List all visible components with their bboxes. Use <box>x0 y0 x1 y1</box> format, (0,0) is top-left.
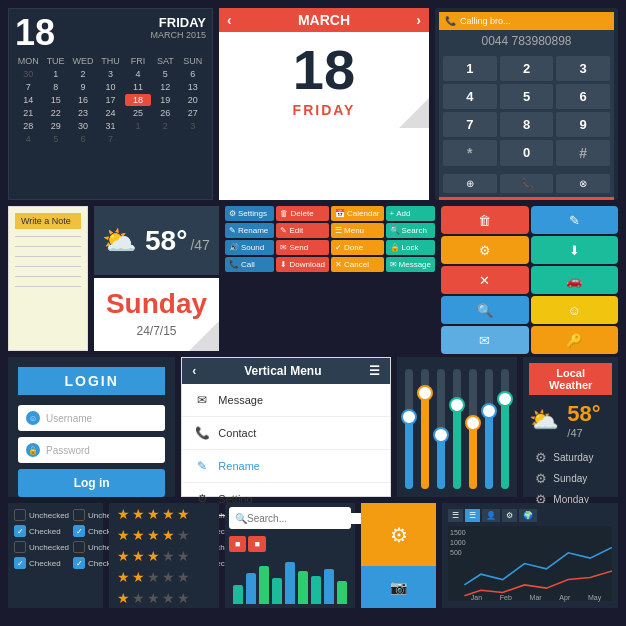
icon-btn-search[interactable]: 🔍 <box>441 296 529 324</box>
filter-red2-button[interactable]: ■ <box>248 536 265 552</box>
star-empty[interactable]: ★ <box>162 569 175 585</box>
cal-day[interactable]: 27 <box>180 107 206 119</box>
cal-day[interactable]: 2 <box>70 68 96 80</box>
menu-btn-lock[interactable]: 🔒 Lock <box>386 240 435 255</box>
username-field[interactable]: ☺ Username <box>18 405 165 431</box>
menu-btn-settings[interactable]: ⚙ Settings <box>225 206 274 221</box>
cb-box[interactable] <box>73 509 85 521</box>
chart-tab-5[interactable]: 🌍 <box>519 509 537 522</box>
star[interactable]: ★ <box>132 506 145 522</box>
slider-handle-7[interactable] <box>497 391 513 407</box>
star[interactable]: ★ <box>147 527 160 543</box>
cal-day[interactable]: 7 <box>15 81 41 93</box>
slider-4[interactable] <box>453 369 461 489</box>
star[interactable]: ★ <box>117 590 130 606</box>
icon-btn-key[interactable]: 🔑 <box>531 326 619 354</box>
slider-handle-6[interactable] <box>481 403 497 419</box>
cal-day[interactable]: 13 <box>180 81 206 93</box>
filter-red-button[interactable]: ■ <box>229 536 246 552</box>
phone-key-2[interactable]: 2 <box>500 56 554 81</box>
checkbox-unchecked-1[interactable]: Unchecked <box>14 509 69 521</box>
star[interactable]: ★ <box>177 506 190 522</box>
cal-day[interactable]: 4 <box>125 68 151 80</box>
cal-day[interactable]: 5 <box>152 68 178 80</box>
menu-btn-search[interactable]: 🔍 Search <box>386 223 435 238</box>
phone-key-0[interactable]: 0 <box>500 140 554 166</box>
chart-tab-4[interactable]: ⚙ <box>502 509 517 522</box>
slider-3[interactable] <box>437 369 445 489</box>
cal-day[interactable]: 23 <box>70 107 96 119</box>
slider-handle-2[interactable] <box>417 385 433 401</box>
slider-1[interactable] <box>405 369 413 489</box>
cal-today[interactable]: 18 <box>125 94 151 106</box>
cal-day[interactable]: 11 <box>125 81 151 93</box>
cal-day[interactable]: 21 <box>15 107 41 119</box>
phone-add-button[interactable]: ⊕ <box>443 174 497 193</box>
cal-day[interactable]: 6 <box>70 133 96 145</box>
cal-day[interactable]: 9 <box>70 81 96 93</box>
cal-day[interactable]: 8 <box>42 81 68 93</box>
phone-key-hash[interactable]: # <box>556 140 610 166</box>
icon-btn-edit[interactable]: ✎ <box>531 206 619 234</box>
checkbox-unchecked-5[interactable]: Unchecked <box>14 541 69 553</box>
star-empty[interactable]: ★ <box>147 590 160 606</box>
slider-5[interactable] <box>469 369 477 489</box>
cal-day[interactable]: 29 <box>42 120 68 132</box>
star[interactable]: ★ <box>117 506 130 522</box>
checkbox-checked-5[interactable]: ✓ Checked <box>14 557 69 569</box>
menu-btn-message[interactable]: ✉ Message <box>386 257 435 272</box>
vmenu-item-message[interactable]: ✉ Message <box>182 384 390 417</box>
star[interactable]: ★ <box>117 569 130 585</box>
phone-key-star[interactable]: * <box>443 140 497 166</box>
phone-delete-button[interactable]: ⊗ <box>556 174 610 193</box>
star[interactable]: ★ <box>147 548 160 564</box>
star[interactable]: ★ <box>117 527 130 543</box>
cal-day[interactable]: 24 <box>97 107 123 119</box>
slider-7[interactable] <box>501 369 509 489</box>
phone-key-4[interactable]: 4 <box>443 84 497 109</box>
cal-day[interactable]: 12 <box>152 81 178 93</box>
vmenu-item-rename[interactable]: ✎ Rename <box>182 450 390 483</box>
icon-btn-close[interactable]: ✕ <box>441 266 529 294</box>
slider-2[interactable] <box>421 369 429 489</box>
cal-day[interactable]: 10 <box>97 81 123 93</box>
password-field[interactable]: 🔒 Password <box>18 437 165 463</box>
star-empty[interactable]: ★ <box>177 548 190 564</box>
cb-box-checked[interactable]: ✓ <box>14 557 26 569</box>
orange-icon-button[interactable]: ⚙ <box>361 503 436 566</box>
cal-day[interactable]: 14 <box>15 94 41 106</box>
star[interactable]: ★ <box>117 548 130 564</box>
slider-handle-5[interactable] <box>465 415 481 431</box>
cal-day[interactable]: 20 <box>180 94 206 106</box>
march-next-button[interactable]: › <box>416 12 421 28</box>
star-empty[interactable]: ★ <box>147 569 160 585</box>
search-input[interactable] <box>247 513 374 524</box>
cb-box-checked[interactable]: ✓ <box>73 525 85 537</box>
blue-icon-button[interactable]: 📷 <box>361 566 436 608</box>
star[interactable]: ★ <box>147 506 160 522</box>
cal-day[interactable]: 3 <box>97 68 123 80</box>
star[interactable]: ★ <box>162 506 175 522</box>
cal-day[interactable]: 17 <box>97 94 123 106</box>
cal-day[interactable]: 30 <box>70 120 96 132</box>
star-empty[interactable]: ★ <box>177 590 190 606</box>
cal-day[interactable]: 5 <box>42 133 68 145</box>
march-prev-button[interactable]: ‹ <box>227 12 232 28</box>
slider-handle-4[interactable] <box>449 397 465 413</box>
cal-day[interactable]: 28 <box>15 120 41 132</box>
star-empty[interactable]: ★ <box>162 548 175 564</box>
chart-tab-1[interactable]: ☰ <box>448 509 463 522</box>
cal-day[interactable]: 22 <box>42 107 68 119</box>
slider-handle-3[interactable] <box>433 427 449 443</box>
icon-btn-chat[interactable]: ✉ <box>441 326 529 354</box>
cb-box[interactable] <box>14 509 26 521</box>
cal-day[interactable]: 7 <box>97 133 123 145</box>
cal-day[interactable]: 15 <box>42 94 68 106</box>
phone-call-button[interactable]: 📞 <box>500 174 554 193</box>
menu-btn-done[interactable]: ✓ Done <box>331 240 383 255</box>
cal-day[interactable]: 1 <box>125 120 151 132</box>
menu-btn-download[interactable]: ⬇ Download <box>276 257 329 272</box>
menu-btn-calendar[interactable]: 📅 Calendar <box>331 206 383 221</box>
star-empty[interactable]: ★ <box>177 527 190 543</box>
cal-day[interactable]: 6 <box>180 68 206 80</box>
